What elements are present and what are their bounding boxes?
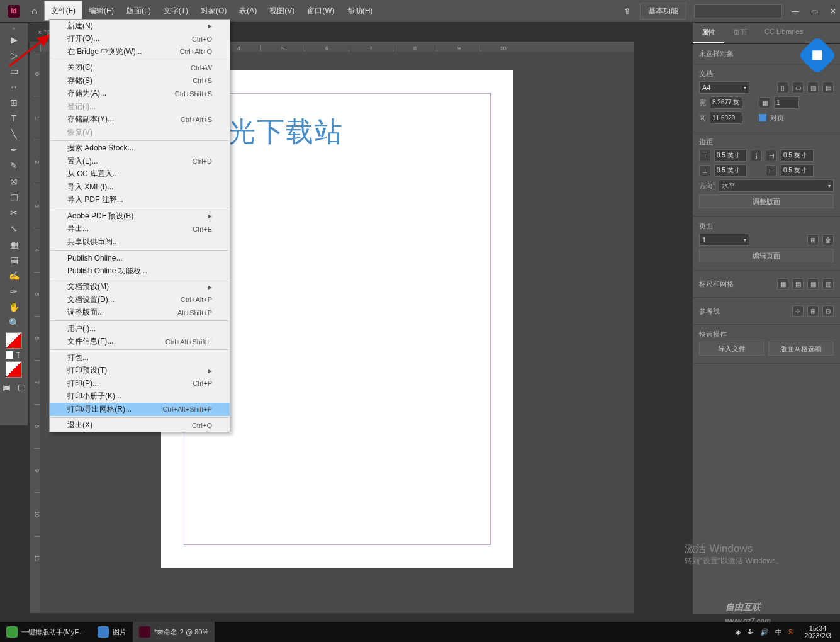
menu-item-导出...[interactable]: 导出...Ctrl+E <box>50 223 230 236</box>
rectangle-tool[interactable]: ▢ <box>7 190 21 204</box>
menu-item-打印小册子(K)...[interactable]: 打印小册子(K)... <box>50 390 230 403</box>
guide-icon-3[interactable]: ⊡ <box>822 305 834 317</box>
menu-文字(T)[interactable]: 文字(T) <box>157 1 194 20</box>
menu-item-置入(L)...[interactable]: 置入(L)...Ctrl+D <box>50 155 230 168</box>
selection-tool[interactable]: ▶ <box>7 33 21 47</box>
menu-item-存储副本(Y)...[interactable]: 存储副本(Y)...Ctrl+Alt+S <box>50 113 230 127</box>
width-field[interactable]: 8.2677 英 <box>710 96 742 109</box>
menu-文件(F)[interactable]: 文件(F) <box>44 1 82 21</box>
search-input[interactable] <box>694 4 782 18</box>
menu-item-打开(O)...[interactable]: 打开(O)...Ctrl+O <box>50 33 230 46</box>
tray-volume-icon[interactable]: 🔊 <box>760 628 769 636</box>
free-transform-tool[interactable]: ⤡ <box>7 222 21 235</box>
eyedropper-tool[interactable]: ✑ <box>7 284 21 298</box>
taskbar-app[interactable]: 一键排版助手(MyE... <box>0 622 91 642</box>
margin-bottom-field[interactable]: 0.5 英寸 <box>714 164 747 177</box>
menu-item-Publish Online...[interactable]: Publish Online... <box>50 252 230 265</box>
normal-view-icon[interactable]: ▣ <box>0 380 13 394</box>
guide-icon-1[interactable]: ⊹ <box>792 305 804 317</box>
pen-tool[interactable]: ✒ <box>7 143 21 157</box>
ruler-icon[interactable]: ▦ <box>777 278 788 290</box>
tray-network-icon[interactable]: 🖧 <box>747 628 754 636</box>
menu-item-打印(P)...[interactable]: 打印(P)...Ctrl+P <box>50 377 230 390</box>
menu-item-打印/导出网格(R)...[interactable]: 打印/导出网格(R)...Ctrl+Alt+Shift+P <box>50 403 230 416</box>
margin-left-field[interactable]: 0.5 英寸 <box>781 149 814 162</box>
tab-pages[interactable]: 页面 <box>724 23 756 43</box>
gap-tool[interactable]: ↔ <box>7 80 21 94</box>
menu-item-用户(.)...[interactable]: 用户(.)... <box>50 322 230 335</box>
direct-selection-tool[interactable]: ▷ <box>7 48 21 62</box>
menu-item-退出(X)[interactable]: 退出(X)Ctrl+Q <box>50 419 230 432</box>
menu-编辑(E)[interactable]: 编辑(E) <box>82 1 120 20</box>
menu-版面(L)[interactable]: 版面(L) <box>120 1 157 20</box>
link-margins-icon[interactable]: ⟆ <box>751 150 762 161</box>
menu-item-调整版面...[interactable]: 调整版面...Alt+Shift+P <box>50 307 230 320</box>
binding-right-icon[interactable]: ▤ <box>822 82 834 93</box>
edit-page-button[interactable]: 编辑页面 <box>699 249 834 262</box>
grid-options-button[interactable]: 版面网格选项 <box>768 342 834 356</box>
height-field[interactable]: 11.6929 <box>710 111 742 124</box>
menu-item-存储为(A)...[interactable]: 存储为(A)...Ctrl+Shift+S <box>50 87 230 101</box>
menu-窗口(W)[interactable]: 窗口(W) <box>301 1 340 20</box>
preview-view-icon[interactable]: ▢ <box>14 380 28 394</box>
import-file-button[interactable]: 导入文件 <box>699 342 764 356</box>
add-page-icon[interactable]: ⊞ <box>807 234 819 245</box>
pencil-tool[interactable]: ✎ <box>7 159 21 172</box>
menu-item-打包...[interactable]: 打包... <box>50 351 230 364</box>
maximize-icon[interactable]: ▭ <box>810 7 819 16</box>
taskbar-app[interactable]: 图片 <box>91 622 133 642</box>
taskbar-app[interactable]: *未命名-2 @ 80% <box>133 622 215 642</box>
page-tool[interactable]: ▭ <box>7 64 21 78</box>
workspace-switcher[interactable]: 基本功能 <box>640 3 686 20</box>
menu-item-搜索 Adobe Stock...[interactable]: 搜索 Adobe Stock... <box>50 142 230 155</box>
system-tray[interactable]: ◈ 🖧 🔊 中 Ѕ <box>729 628 799 637</box>
facing-pages-checkbox[interactable] <box>759 114 766 121</box>
gradient-swatch-tool[interactable]: ▦ <box>7 237 21 251</box>
guide-icon-2[interactable]: ⊞ <box>807 305 819 317</box>
default-fill-stroke[interactable] <box>6 361 22 378</box>
page-preset-select[interactable]: A4▾ <box>699 81 749 94</box>
close-icon[interactable]: ✕ <box>829 7 837 16</box>
tab-properties[interactable]: 属性 <box>693 23 724 43</box>
gradient-feather-tool[interactable]: ▤ <box>7 253 21 267</box>
scissors-tool[interactable]: ✂ <box>7 206 21 220</box>
tray-sogou-icon[interactable]: Ѕ <box>788 628 793 636</box>
margin-right-field[interactable]: 0.5 英寸 <box>781 164 814 177</box>
menu-item-存储(S)[interactable]: 存储(S)Ctrl+S <box>50 74 230 87</box>
grid-icon-3[interactable]: ▥ <box>822 278 834 290</box>
menu-对象(O)[interactable]: 对象(O) <box>194 1 233 20</box>
share-icon[interactable]: ⇪ <box>624 6 631 16</box>
menu-视图(V)[interactable]: 视图(V) <box>263 1 301 20</box>
margin-top-field[interactable]: 0.5 英寸 <box>714 149 747 162</box>
menu-item-文档预设(M)[interactable]: 文档预设(M)▸ <box>50 281 230 294</box>
delete-page-icon[interactable]: 🗑 <box>822 234 834 245</box>
content-collector-tool[interactable]: ⊞ <box>7 96 21 110</box>
page-number-select[interactable]: 1▾ <box>699 234 749 246</box>
menu-帮助(H)[interactable]: 帮助(H) <box>341 1 379 20</box>
menu-item-在 Bridge 中浏览(W)...[interactable]: 在 Bridge 中浏览(W)...Ctrl+Alt+O <box>50 45 230 59</box>
menu-item-从 CC 库置入...[interactable]: 从 CC 库置入... <box>50 168 230 181</box>
zoom-tool[interactable]: 🔍 <box>7 316 21 330</box>
fill-color[interactable] <box>6 351 13 359</box>
type-tool[interactable]: T <box>7 111 21 125</box>
menu-item-导入 XML(I)...[interactable]: 导入 XML(I)... <box>50 181 230 194</box>
menu-item-文档设置(D)...[interactable]: 文档设置(D)...Ctrl+Alt+P <box>50 293 230 307</box>
line-tool[interactable]: ╲ <box>7 127 21 141</box>
minimize-icon[interactable]: — <box>791 7 800 16</box>
home-icon[interactable]: ⌂ <box>31 6 38 17</box>
taskbar-clock[interactable]: 15:34 2023/2/3 <box>799 624 836 639</box>
orientation-landscape-icon[interactable]: ▭ <box>792 82 804 93</box>
page-count-field[interactable]: 1 <box>774 96 799 109</box>
grid-icon-1[interactable]: ▤ <box>792 278 804 290</box>
menu-item-Adobe PDF 预设(B)[interactable]: Adobe PDF 预设(B)▸ <box>50 210 230 223</box>
menu-item-文件信息(F)...[interactable]: 文件信息(F)...Ctrl+Alt+Shift+I <box>50 335 230 349</box>
fill-stroke-swatch[interactable] <box>6 332 22 349</box>
tray-ime-indicator[interactable]: 中 <box>775 628 782 637</box>
orientation-select[interactable]: 水平▾ <box>719 179 834 192</box>
orientation-portrait-icon[interactable]: ▯ <box>777 82 788 93</box>
menu-item-Publish Online 功能板...[interactable]: Publish Online 功能板... <box>50 264 230 278</box>
menu-item-共享以供审阅...[interactable]: 共享以供审阅... <box>50 235 230 249</box>
binding-left-icon[interactable]: ▥ <box>807 82 819 93</box>
menu-item-导入 PDF 注释...[interactable]: 导入 PDF 注释... <box>50 194 230 207</box>
tray-cube-icon[interactable]: ◈ <box>736 628 741 636</box>
